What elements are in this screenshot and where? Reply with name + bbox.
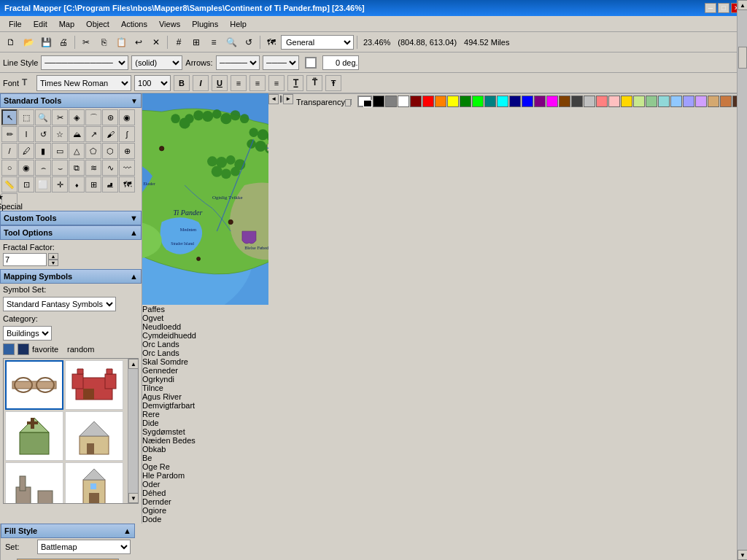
fill-tool[interactable]: ▮ (35, 143, 51, 159)
menu-file[interactable]: File (3, 18, 28, 30)
zoom-in-tool[interactable]: 🔍 (35, 109, 51, 125)
underline-button[interactable]: U (212, 75, 228, 91)
crop-tool[interactable]: ⊡ (18, 176, 34, 192)
star-tool[interactable]: ★ Special (1, 193, 18, 209)
scissors-tool[interactable]: ✂ (52, 109, 68, 125)
palette-color[interactable] (534, 96, 546, 107)
spin-down[interactable]: ▼ (48, 260, 58, 266)
copy-button[interactable]: ⎘ (96, 34, 112, 50)
palette-color[interactable] (608, 96, 620, 107)
palette-color[interactable] (720, 96, 732, 107)
palette-color[interactable] (447, 96, 459, 107)
palette-color[interactable] (398, 96, 409, 107)
clone-tool[interactable]: ⊞ (85, 176, 101, 192)
symbol-bridge[interactable] (5, 360, 63, 410)
font-size-select[interactable]: 100 12 14 (134, 75, 171, 91)
bold-button[interactable]: B (174, 75, 190, 91)
palette-color[interactable] (708, 96, 719, 107)
map-canvas[interactable]: Ti Pander Mednten Ogtslig Tvikke Blelse … (142, 93, 268, 305)
palette-color[interactable] (621, 96, 632, 107)
rotate-tool[interactable]: ↺ (35, 126, 51, 142)
scroll-down-btn[interactable]: ▼ (128, 493, 139, 503)
move-tool[interactable]: ✛ (52, 176, 68, 192)
delete-button[interactable]: ✕ (148, 34, 164, 50)
text-style-3[interactable]: Ŧ (325, 75, 341, 91)
curve-tool[interactable]: ∫ (119, 126, 135, 142)
spline-tool[interactable]: ⌣ (52, 160, 68, 176)
snap-button[interactable]: ⊞ (188, 34, 204, 50)
transparency-track[interactable] (350, 99, 352, 105)
symbol-ruin[interactable] (5, 462, 63, 503)
palette-color[interactable] (422, 96, 434, 107)
symbol-set-select[interactable]: Standard Fantasy Symbols (3, 297, 116, 311)
align-left-button[interactable]: ≡ (231, 75, 247, 91)
scroll-up-btn[interactable]: ▲ (128, 359, 139, 369)
open-button[interactable]: 📂 (20, 34, 36, 50)
palette-color[interactable] (385, 96, 397, 107)
measure-tool[interactable]: 📏 (1, 176, 18, 192)
grid-button[interactable]: # (171, 34, 187, 50)
unknown-tool1[interactable]: ⬡ (102, 143, 118, 159)
palette-color[interactable] (633, 96, 645, 107)
paste-button[interactable]: 📋 (113, 34, 129, 50)
skew-tool[interactable]: ⬧ (69, 176, 85, 192)
color-box[interactable] (305, 57, 317, 69)
palette-color[interactable] (559, 96, 570, 107)
pen-tool[interactable]: 🖊 (18, 143, 34, 159)
triangle-tool[interactable]: △ (69, 143, 85, 159)
palette-color[interactable] (509, 96, 521, 107)
spin-up[interactable]: ▲ (48, 253, 58, 260)
tool-options-arrow[interactable]: ▲ (130, 228, 138, 237)
trail-tool[interactable]: ⛸ (102, 176, 118, 192)
text-tool[interactable]: I (18, 126, 34, 142)
text-style-2[interactable]: T̈ (306, 75, 322, 91)
palette-color[interactable] (670, 96, 682, 107)
arc-tool[interactable]: ⌢ (35, 160, 51, 176)
pointer2-tool[interactable]: 🗺 (119, 176, 135, 192)
undo-button[interactable]: ↩ (131, 34, 147, 50)
layers-button[interactable]: ≡ (206, 34, 222, 50)
italic-button[interactable]: I (193, 75, 209, 91)
mapping-symbols-arrow[interactable]: ▲ (130, 272, 138, 281)
node-tool[interactable]: ◈ (69, 109, 85, 125)
fractal-factor-input[interactable] (3, 253, 47, 266)
menu-help[interactable]: Help (224, 18, 252, 30)
angle-input[interactable] (322, 55, 359, 70)
new-button[interactable]: 🗋 (3, 34, 19, 50)
active-colors[interactable] (357, 96, 372, 107)
freehand-tool[interactable]: 〰 (119, 160, 135, 176)
solid-select[interactable]: (solid) (dash) (131, 55, 182, 70)
palette-color[interactable] (646, 96, 657, 107)
palette-color[interactable] (658, 96, 670, 107)
symbol-tower[interactable] (65, 462, 123, 503)
fill2-tool[interactable]: ⬜ (35, 176, 51, 192)
select-tool[interactable]: ↖ (1, 109, 18, 125)
map-scroll-right[interactable]: ► (283, 94, 293, 104)
palette-color[interactable] (683, 96, 694, 107)
arrows-start-select[interactable]: ────── ◄───── (216, 55, 260, 70)
menu-edit[interactable]: Edit (28, 18, 53, 30)
palette-color[interactable] (472, 96, 484, 107)
arrows-end-select[interactable]: ────── ─────► (263, 55, 299, 70)
rounded-rect-tool[interactable]: ▭ (52, 143, 68, 159)
circle-tool[interactable]: ◉ (18, 160, 34, 176)
palette-color[interactable] (695, 96, 707, 107)
spray-tool[interactable]: ∿ (102, 160, 118, 176)
symbol-house[interactable] (65, 411, 123, 461)
palette-color[interactable] (435, 96, 446, 107)
line-tool[interactable]: / (1, 143, 18, 159)
menu-actions[interactable]: Actions (115, 18, 153, 30)
font-name-select[interactable]: Times New Roman Arial Helvetica (36, 75, 131, 91)
save-button[interactable]: 💾 (38, 34, 54, 50)
menu-views[interactable]: Views (153, 18, 186, 30)
poly-tool[interactable]: ⬠ (85, 143, 101, 159)
palette-color[interactable] (460, 96, 471, 107)
palette-color[interactable] (584, 96, 595, 107)
unknown-tool2[interactable]: ⊕ (119, 143, 135, 159)
map-hscroll-track[interactable] (280, 96, 282, 103)
magnet-tool[interactable]: ⊛ (102, 109, 118, 125)
symbol-castle[interactable] (65, 360, 123, 410)
zoom-button[interactable]: 🔍 (223, 34, 239, 50)
rect-select-tool[interactable]: ⬚ (18, 109, 34, 125)
menu-object[interactable]: Object (80, 18, 115, 30)
